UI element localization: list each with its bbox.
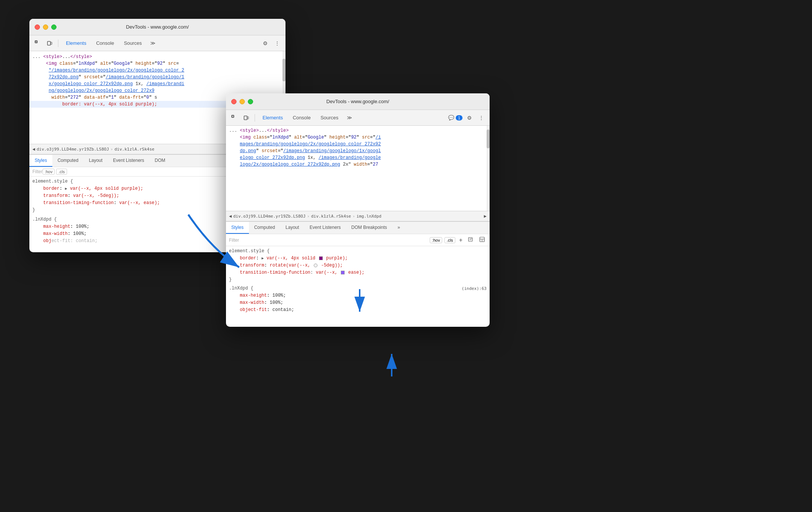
tab-elements-2[interactable]: Elements <box>258 113 287 123</box>
css-rule-border-2: border: ▶ var(--x, 4px solid purple); <box>229 255 487 262</box>
window-title-2: DevTools - www.google.com/ <box>327 99 389 104</box>
inspect-icon-2[interactable] <box>229 113 240 123</box>
layout-icon[interactable] <box>478 236 487 244</box>
inspect-icon[interactable] <box>32 38 43 49</box>
html-line-srcset2: elogo_color_272x92dp.png 1x, /images/bra… <box>226 154 490 161</box>
filter-badges-1: :hov .cls <box>43 169 67 175</box>
tab-dom-breakpoints-2[interactable]: DOM Breakpoints <box>346 222 392 234</box>
tab-styles-2[interactable]: Styles <box>226 222 249 234</box>
toolbar-1: Elements Console Sources ≫ ⚙ ⋮ <box>29 35 285 51</box>
svg-rect-3 <box>47 41 50 45</box>
html-line-style-2: ... <style>...</style> <box>226 126 490 134</box>
message-icon-2[interactable]: 💬 <box>448 115 454 120</box>
css-max-width-2: max-width: 100%; <box>229 299 487 306</box>
breadcrumb-2: ◀ div.o3j99.LLD4me.yr19Zb.LS8OJ › div.k1… <box>226 211 490 221</box>
breadcrumb-item-2[interactable]: div.k1zlA.rSk4se <box>114 147 154 152</box>
maximize-button-2[interactable] <box>248 99 253 104</box>
css-close-2: } <box>229 276 487 283</box>
tab-more-styles-2[interactable]: » <box>392 222 406 234</box>
css-scroll-2: element.style { border: ▶ var(--x, 4px s… <box>226 246 490 327</box>
tab-console-2[interactable]: Console <box>288 113 315 123</box>
checkbox-swatch[interactable] <box>341 271 345 274</box>
color-swatch-purple[interactable] <box>319 256 323 260</box>
breadcrumb-item-2a[interactable]: div.o3j99.LLD4me.yr19Zb.LS8OJ <box>233 214 305 219</box>
tab-sources-2[interactable]: Sources <box>316 113 343 123</box>
filter-placeholder-2: Filter <box>229 238 239 243</box>
filter-cls-1[interactable]: .cls <box>56 169 67 175</box>
html-line-img: <img class="lnXdpd" alt="Google" height=… <box>29 60 285 67</box>
html-line-srcset3: logo/2x/googlelogo_color_272x92dp.png 2x… <box>226 161 490 168</box>
scrollbar-2[interactable] <box>487 126 490 211</box>
device-icon-2[interactable] <box>241 113 252 123</box>
tab-computed-2[interactable]: Computed <box>249 222 280 234</box>
html-line-src2: 72x92dp.png" srcset="/images/branding/go… <box>29 74 285 81</box>
minimize-button-2[interactable] <box>240 99 245 104</box>
svg-rect-6 <box>232 116 234 117</box>
tab-more-2[interactable]: ≫ <box>344 113 355 123</box>
tab-console-1[interactable]: Console <box>92 38 119 48</box>
settings-icon-1[interactable]: ⚙ <box>260 38 270 49</box>
filter-cls-2[interactable]: .cls <box>444 237 455 243</box>
css-max-height-2: max-height: 100%; <box>229 292 487 299</box>
filter-hov-1[interactable]: :hov <box>43 169 55 175</box>
breadcrumb-arrow-1[interactable]: ◀ <box>32 146 35 152</box>
css-rule-transform-2: transform: rotate(var(--x, -5deg)); <box>229 262 487 269</box>
breadcrumb-item-1[interactable]: div.o3j99.LLD4me.yr19Zb.LS8OJ <box>37 147 109 152</box>
window-title-1: DevTools - www.google.com/ <box>126 24 189 30</box>
circle-swatch[interactable] <box>314 264 317 267</box>
styles-tabs-2: Styles Computed Layout Event Listeners D… <box>226 222 490 234</box>
tab-elements-1[interactable]: Elements <box>61 38 91 48</box>
breadcrumb-arrow-2[interactable]: ◀ <box>229 213 232 219</box>
html-line-dp-2: dp.png" srcset="/images/branding/googlel… <box>226 148 490 154</box>
css-object-fit-2: object-fit: contain; <box>229 306 487 314</box>
tab-computed-1[interactable]: Computed <box>52 155 84 167</box>
add-rule-icon[interactable]: + <box>458 236 464 244</box>
breadcrumb-item-2c[interactable]: img.lnXdpd <box>357 214 382 219</box>
new-style-icon[interactable] <box>466 236 475 244</box>
toolbar-2: Elements Console Sources ≫ 💬 1 ⚙ ⋮ <box>226 110 490 126</box>
css-content-2: element.style { border: ▶ var(--x, 4px s… <box>226 246 490 315</box>
toolbar-tabs-1: Elements Console Sources ≫ <box>61 38 258 48</box>
svg-rect-7 <box>244 116 247 120</box>
more-icon-2[interactable]: ⋮ <box>476 113 487 123</box>
tab-dom-1[interactable]: DOM <box>150 155 171 167</box>
css-rule-transition-2: transition-timing-function: var(--x, eas… <box>229 269 487 276</box>
maximize-button-1[interactable] <box>51 24 56 30</box>
tab-styles-1[interactable]: Styles <box>29 155 52 167</box>
html-line-src3: x/googlelogo_color_272x92dp.png 1x, /ima… <box>29 81 285 87</box>
tab-layout-2[interactable]: Layout <box>280 222 304 234</box>
source-link[interactable]: (index):63 <box>462 285 487 292</box>
more-icon-1[interactable]: ⋮ <box>272 38 282 49</box>
breadcrumb-item-2b[interactable]: div.k1zlA.rSk4se <box>311 214 351 219</box>
css-selector-2: element.style { <box>229 248 487 255</box>
svg-rect-9 <box>469 238 472 241</box>
filter-hov-2[interactable]: :hov <box>430 237 442 243</box>
tab-event-listeners-2[interactable]: Event Listeners <box>304 222 346 234</box>
tab-layout-1[interactable]: Layout <box>84 155 108 167</box>
breadcrumb-sep-2b: › <box>353 214 355 219</box>
titlebar-1: DevTools - www.google.com/ <box>29 19 285 35</box>
close-button-2[interactable] <box>231 99 237 104</box>
breadcrumb-sep-1: › <box>110 147 113 152</box>
titlebar-2: DevTools - www.google.com/ <box>226 93 490 110</box>
filter-bar-2: Filter :hov .cls + <box>226 234 490 246</box>
close-button-1[interactable] <box>35 24 40 30</box>
breadcrumb-sep-2a: › <box>307 214 310 219</box>
toolbar-right-1: ⚙ ⋮ <box>260 38 282 49</box>
device-icon[interactable] <box>44 38 55 49</box>
svg-rect-4 <box>51 42 52 44</box>
scrollbar-thumb-1[interactable] <box>282 59 285 81</box>
devtools-window-2: DevTools - www.google.com/ Elements Cons… <box>226 93 490 327</box>
scrollbar-thumb-2[interactable] <box>487 130 490 148</box>
toolbar-right-2: 💬 1 ⚙ ⋮ <box>448 113 487 123</box>
html-line-imgs-2: mages/branding/googlelogo/2x/googlelogo_… <box>226 141 490 148</box>
tab-more-1[interactable]: ≫ <box>147 38 159 48</box>
settings-icon-2[interactable]: ⚙ <box>464 113 475 123</box>
minimize-button-1[interactable] <box>43 24 48 30</box>
traffic-lights-2 <box>231 99 253 104</box>
toolbar-tabs-2: Elements Console Sources ≫ <box>258 113 447 123</box>
tab-sources-1[interactable]: Sources <box>119 38 147 48</box>
html-line-img-2: <img class="lnXdpd" alt="Google" height=… <box>226 134 490 141</box>
tab-event-listeners-1[interactable]: Event Listeners <box>108 155 150 167</box>
breadcrumb-right-arrow-2[interactable]: ▶ <box>484 213 487 219</box>
